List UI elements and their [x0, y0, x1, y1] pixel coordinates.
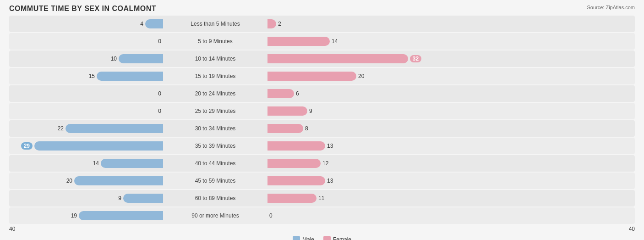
right-section: 11 — [266, 194, 421, 203]
female-bar — [267, 89, 294, 98]
bottom-labels: 40 40 — [9, 225, 635, 233]
male-value: 20 — [61, 178, 72, 184]
male-bar — [123, 194, 163, 203]
row-label: 60 to 89 Minutes — [165, 195, 266, 201]
left-section: 0 — [9, 89, 165, 98]
female-bar — [267, 194, 317, 203]
female-bar — [267, 72, 356, 81]
right-section: 13 — [266, 176, 421, 185]
chart-row: 4 Less than 5 Minutes 2 — [9, 16, 635, 32]
source-text: Source: ZipAtlas.com — [587, 5, 635, 10]
chart-title: COMMUTE TIME BY SEX IN COALMONT — [9, 5, 635, 13]
male-value: 10 — [106, 56, 117, 62]
female-value: 32 — [410, 55, 421, 62]
left-section: 0 — [9, 106, 165, 116]
right-section: 9 — [266, 106, 421, 116]
male-value: 15 — [84, 73, 95, 79]
male-value: 0 — [150, 38, 161, 45]
chart-row: 20 45 to 59 Minutes 13 — [9, 173, 635, 189]
right-section: 14 — [266, 37, 421, 46]
chart-row: 19 90 or more Minutes 0 — [9, 207, 635, 224]
male-bar — [97, 72, 163, 81]
female-value: 12 — [322, 160, 333, 167]
chart-area: 4 Less than 5 Minutes 2 0 5 to 9 Minutes… — [9, 16, 635, 224]
female-value: 8 — [305, 125, 316, 132]
male-bar — [65, 124, 163, 133]
left-section: 20 — [9, 176, 165, 185]
legend-female: Female — [323, 236, 351, 240]
right-section: 6 — [266, 89, 421, 98]
right-section: 32 — [266, 54, 421, 63]
male-value: 29 — [21, 142, 33, 150]
legend-male: Male — [293, 236, 314, 240]
left-section: 10 — [9, 54, 165, 63]
right-section: 20 — [266, 72, 421, 81]
legend-male-box — [293, 236, 300, 240]
chart-row: 0 20 to 24 Minutes 6 — [9, 85, 635, 102]
female-value: 14 — [332, 38, 343, 45]
female-bar — [267, 54, 408, 63]
chart-row: 15 15 to 19 Minutes 20 — [9, 68, 635, 84]
chart-row: 22 30 to 34 Minutes 8 — [9, 120, 635, 137]
left-section: 4 — [9, 19, 165, 28]
male-bar — [34, 141, 163, 151]
legend-female-label: Female — [333, 236, 351, 240]
male-value: 0 — [150, 90, 161, 97]
male-bar — [79, 211, 163, 220]
female-bar — [267, 19, 276, 28]
female-value: 9 — [309, 108, 320, 114]
bottom-right-label: 40 — [629, 226, 635, 232]
right-section: 13 — [266, 141, 421, 151]
row-label: Less than 5 Minutes — [165, 21, 266, 27]
female-value: 13 — [327, 143, 338, 149]
female-value: 2 — [278, 21, 289, 27]
chart-row: 0 25 to 29 Minutes 9 — [9, 103, 635, 119]
left-section: 19 — [9, 211, 165, 220]
female-bar — [267, 106, 307, 116]
male-bar — [145, 19, 163, 28]
left-section: 29 — [9, 141, 165, 151]
right-section: 0 — [266, 211, 421, 220]
female-value: 6 — [296, 90, 307, 97]
left-section: 14 — [9, 159, 165, 168]
left-section: 22 — [9, 124, 165, 133]
male-value: 4 — [132, 21, 143, 27]
row-label: 10 to 14 Minutes — [165, 56, 266, 62]
chart-row: 14 40 to 44 Minutes 12 — [9, 155, 635, 172]
row-label: 20 to 24 Minutes — [165, 90, 266, 97]
row-label: 15 to 19 Minutes — [165, 73, 266, 79]
female-bar — [267, 124, 303, 133]
male-value: 9 — [110, 195, 121, 201]
female-bar — [267, 37, 330, 46]
left-section: 15 — [9, 72, 165, 81]
female-value: 11 — [318, 195, 329, 201]
female-bar — [267, 176, 325, 185]
row-label: 90 or more Minutes — [165, 212, 266, 219]
chart-row: 10 10 to 14 Minutes 32 — [9, 50, 635, 67]
left-section: 9 — [9, 194, 165, 203]
legend-male-label: Male — [302, 236, 314, 240]
male-bar — [101, 159, 163, 168]
female-value: 0 — [269, 212, 280, 219]
male-bar — [74, 176, 163, 185]
left-section: 0 — [9, 37, 165, 46]
row-label: 35 to 39 Minutes — [165, 143, 266, 149]
right-section: 8 — [266, 124, 421, 133]
row-label: 5 to 9 Minutes — [165, 38, 266, 45]
legend-female-box — [323, 236, 331, 240]
female-value: 20 — [358, 73, 369, 79]
bottom-left-label: 40 — [9, 226, 15, 232]
female-bar — [267, 159, 321, 168]
female-bar — [267, 141, 325, 151]
row-label: 40 to 44 Minutes — [165, 160, 266, 167]
row-label: 30 to 34 Minutes — [165, 125, 266, 132]
chart-row: 9 60 to 89 Minutes 11 — [9, 190, 635, 207]
right-section: 2 — [266, 19, 421, 28]
legend: Male Female — [9, 236, 635, 240]
chart-row: 29 35 to 39 Minutes 13 — [9, 138, 635, 154]
male-value: 19 — [66, 212, 77, 219]
male-value: 22 — [53, 125, 64, 132]
male-bar — [119, 54, 163, 63]
female-value: 13 — [327, 178, 338, 184]
right-section: 12 — [266, 159, 421, 168]
